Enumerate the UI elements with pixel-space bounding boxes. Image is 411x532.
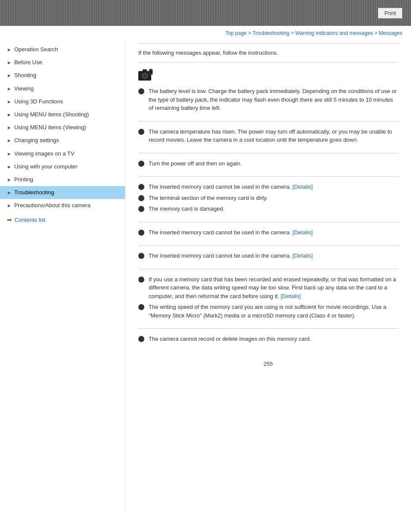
bullet-item: The inserted memory card cannot be used … <box>138 252 398 260</box>
arrow-icon: ► <box>7 99 12 105</box>
sidebar-item-label: Troubleshooting <box>14 189 121 196</box>
breadcrumb-sep3: > <box>374 30 379 36</box>
bullet-item: The inserted memory card cannot be used … <box>138 183 398 191</box>
arrow-icon: ► <box>7 72 12 79</box>
breadcrumb: Top page > Troubleshooting > Warning ind… <box>0 26 411 39</box>
arrow-icon: ► <box>7 47 12 53</box>
arrow-icon: ► <box>7 202 12 209</box>
bullet-text: The writing speed of the memory card you… <box>149 303 398 320</box>
content-area: If the following messages appear, follow… <box>125 39 411 513</box>
bullet-text: The camera temperature has risen. The po… <box>149 128 398 144</box>
sidebar-item-precautions[interactable]: ► Precautions/About this camera <box>0 199 125 212</box>
sidebar-item-label: Viewing <box>14 85 121 93</box>
sidebar-item-label: Changing settings <box>14 137 121 144</box>
sidebar-item-menu-shooting[interactable]: ► Using MENU items (Shooting) <box>0 108 125 121</box>
bullet-text: The inserted memory card cannot be used … <box>149 228 398 237</box>
sidebar-item-label: Using MENU items (Viewing) <box>14 124 121 131</box>
sidebar-item-changing-settings[interactable]: ► Changing settings <box>0 134 125 147</box>
bullet-text: The battery level is low. Charge the bat… <box>149 87 398 112</box>
bullet-dot <box>138 161 144 167</box>
sidebar-item-label: Operation Search <box>14 46 121 53</box>
breadcrumb-messages: Messages <box>379 30 402 36</box>
bullet-text: The camera cannot record or delete image… <box>149 335 398 343</box>
svg-rect-1 <box>143 69 147 72</box>
bullet-item: Turn the power off and then on again. <box>138 159 398 168</box>
sidebar-item-label: Viewing images on a TV <box>14 150 121 158</box>
sidebar-item-label: Before Use <box>14 59 121 66</box>
bullet-item: The battery level is low. Charge the bat… <box>138 87 398 112</box>
arrow-icon: ► <box>7 177 12 183</box>
details-link[interactable]: [Details] <box>280 293 301 299</box>
arrow-icon: ► <box>7 190 12 196</box>
bullet-item: The terminal section of the memory card … <box>138 194 398 202</box>
sidebar-item-label: Using MENU items (Shooting) <box>14 111 121 118</box>
sidebar-item-label: Using with your computer <box>14 163 121 171</box>
details-link[interactable]: [Details] <box>293 252 313 259</box>
sidebar: ► Operation Search ► Before Use ► Shooti… <box>0 39 125 513</box>
sidebar-item-using-3d[interactable]: ► Using 3D Functions <box>0 95 125 108</box>
arrow-right-icon: ➡ <box>7 216 12 223</box>
details-link[interactable]: [Details] <box>293 184 313 190</box>
print-button[interactable]: Print <box>378 8 402 19</box>
bullet-dot <box>138 195 144 201</box>
bullet-dot <box>138 253 144 259</box>
bullet-text: The inserted memory card cannot be used … <box>149 252 398 260</box>
svg-point-3 <box>143 74 147 78</box>
arrow-icon: ► <box>7 124 12 131</box>
breadcrumb-troubleshooting[interactable]: Troubleshooting <box>252 30 290 36</box>
arrow-icon: ► <box>7 137 12 144</box>
bullet-dot <box>138 129 144 135</box>
bullet-text: Turn the power off and then on again. <box>149 159 398 168</box>
sidebar-item-viewing-tv[interactable]: ► Viewing images on a TV <box>0 147 125 160</box>
section-memory-card-1: The inserted memory card cannot be used … <box>138 176 398 222</box>
sidebar-item-printing[interactable]: ► Printing <box>0 173 125 186</box>
sidebar-item-using-computer[interactable]: ► Using with your computer <box>0 160 125 173</box>
sidebar-item-shooting[interactable]: ► Shooting <box>0 69 125 82</box>
arrow-icon: ► <box>7 164 12 170</box>
sidebar-item-label: Printing <box>14 176 121 184</box>
sidebar-item-menu-viewing[interactable]: ► Using MENU items (Viewing) <box>0 121 125 134</box>
contents-list-link[interactable]: ➡ Contents list <box>0 212 125 226</box>
sidebar-item-troubleshooting[interactable]: ► Troubleshooting <box>0 186 125 199</box>
arrow-icon: ► <box>7 151 12 157</box>
bullet-dot <box>138 336 144 342</box>
bullet-text: If you use a memory card that has been r… <box>149 275 398 301</box>
top-divider <box>138 43 398 44</box>
arrow-icon: ► <box>7 59 12 66</box>
main-layout: ► Operation Search ► Before Use ► Shooti… <box>0 39 411 513</box>
sidebar-item-label: Precautions/About this camera <box>14 202 121 209</box>
header-bar: Print <box>0 0 411 26</box>
section-temperature: The camera temperature has risen. The po… <box>138 121 398 153</box>
bullet-text: The inserted memory card cannot be used … <box>149 183 398 191</box>
contents-list-label: Contents list <box>15 217 46 223</box>
breadcrumb-sep1: > <box>248 30 252 36</box>
section-cannot-record: The camera cannot record or delete image… <box>138 328 398 352</box>
camera-battery-icon <box>138 68 154 81</box>
section-battery-low: The battery level is low. Charge the bat… <box>138 62 398 121</box>
arrow-icon: ► <box>7 86 12 92</box>
section-memory-card-2: The inserted memory card cannot be used … <box>138 222 398 246</box>
sidebar-item-viewing[interactable]: ► Viewing <box>0 82 125 95</box>
breadcrumb-top-page[interactable]: Top page <box>225 30 246 36</box>
bullet-text: The memory card is damaged. <box>149 205 398 213</box>
sidebar-item-before-use[interactable]: ► Before Use <box>0 56 125 69</box>
sidebar-item-operation-search[interactable]: ► Operation Search <box>0 43 125 56</box>
sidebar-item-label: Using 3D Functions <box>14 98 121 106</box>
bullet-item: The inserted memory card cannot be used … <box>138 228 398 237</box>
section-memory-card-3: The inserted memory card cannot be used … <box>138 245 398 269</box>
bullet-item: The camera cannot record or delete image… <box>138 335 398 343</box>
bullet-dot <box>138 230 144 236</box>
breadcrumb-warning[interactable]: Warning indicators and messages <box>295 30 373 36</box>
details-link[interactable]: [Details] <box>293 229 313 236</box>
battery-icon-wrapper <box>138 68 398 83</box>
bullet-item: The memory card is damaged. <box>138 205 398 213</box>
bullet-item: The camera temperature has risen. The po… <box>138 128 398 144</box>
sidebar-item-label: Shooting <box>14 72 121 79</box>
arrow-icon: ► <box>7 112 12 118</box>
bullet-dot <box>138 206 144 212</box>
breadcrumb-sep2: > <box>291 30 295 36</box>
page-number: 255 <box>138 352 398 371</box>
bullet-text: The terminal section of the memory card … <box>149 194 398 202</box>
bullet-dot <box>138 88 144 94</box>
bullet-dot <box>138 277 144 283</box>
